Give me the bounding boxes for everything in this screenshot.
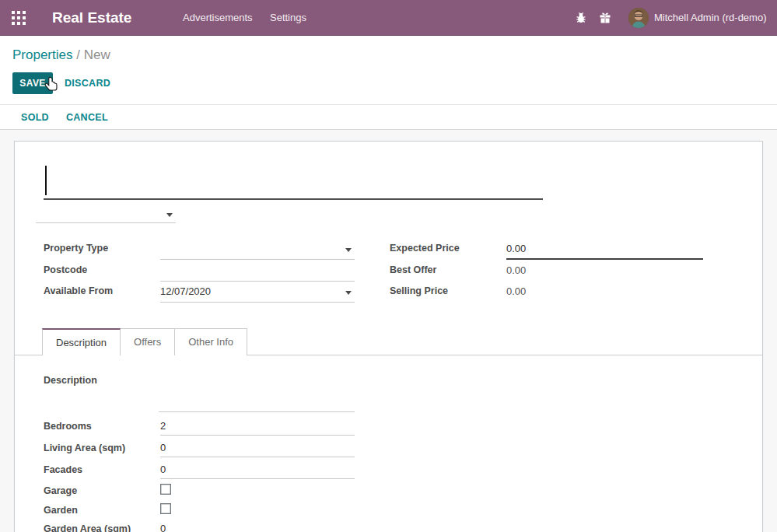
discard-button[interactable]: DISCARD bbox=[65, 72, 110, 94]
tab-offers[interactable]: Offers bbox=[120, 328, 175, 355]
text-cursor bbox=[45, 166, 47, 195]
field-row-garden-area: Garden Area (sqm) 0 bbox=[44, 521, 370, 532]
chevron-down-icon bbox=[345, 291, 352, 295]
user-name[interactable]: Mitchell Admin (rd-demo) bbox=[654, 0, 767, 36]
field-label: Expected Price bbox=[390, 243, 460, 254]
garden-checkbox[interactable] bbox=[160, 503, 171, 514]
bedrooms-input[interactable]: 2 bbox=[160, 418, 355, 436]
nav-menu-settings[interactable]: Settings bbox=[270, 0, 306, 36]
best-offer-value: 0.00 bbox=[506, 261, 703, 282]
property-name-input[interactable] bbox=[44, 161, 543, 200]
gift-icon[interactable] bbox=[599, 12, 611, 24]
field-row-living-area: Living Area (sqm) 0 bbox=[44, 440, 370, 458]
app-title[interactable]: Real Estate bbox=[52, 0, 131, 36]
field-row-garage: Garage bbox=[44, 483, 370, 501]
field-label: Available From bbox=[44, 285, 113, 296]
selling-price-value: 0.00 bbox=[506, 282, 703, 303]
living-area-input[interactable]: 0 bbox=[160, 440, 355, 457]
property-subtitle-dropdown[interactable] bbox=[36, 207, 176, 223]
field-label: Garden bbox=[44, 505, 78, 516]
field-label: Property Type bbox=[44, 243, 108, 254]
top-navbar: Real Estate Advertisements Settings bbox=[0, 0, 777, 36]
available-from-date-input[interactable]: 12/07/2020 bbox=[160, 282, 355, 303]
save-button[interactable]: SAVE bbox=[12, 72, 53, 94]
breadcrumb: Properties / New bbox=[12, 47, 110, 63]
chevron-down-icon bbox=[345, 248, 352, 252]
tab-description[interactable]: Description bbox=[42, 328, 121, 355]
breadcrumb-current: New bbox=[84, 47, 110, 62]
statusbar: SOLD CANCEL bbox=[0, 104, 777, 130]
facades-input[interactable]: 0 bbox=[160, 462, 355, 479]
description-text-input[interactable] bbox=[159, 392, 355, 412]
control-panel: Properties / New SAVE DISCARD bbox=[0, 37, 777, 104]
description-section-label: Description bbox=[44, 375, 97, 386]
field-row-available-from: Available From 12/07/2020 bbox=[44, 282, 370, 303]
field-row-bedrooms: Bedrooms 2 bbox=[44, 418, 370, 436]
garage-checkbox[interactable] bbox=[160, 484, 171, 495]
field-row-postcode: Postcode bbox=[44, 261, 370, 282]
cancel-button[interactable]: CANCEL bbox=[66, 112, 108, 123]
breadcrumb-properties-link[interactable]: Properties bbox=[12, 47, 72, 62]
bug-icon[interactable] bbox=[575, 12, 587, 24]
field-label: Garden Area (sqm) bbox=[44, 523, 131, 532]
tab-other-info[interactable]: Other Info bbox=[174, 328, 247, 355]
notebook-tabs: Description Offers Other Info bbox=[15, 328, 762, 355]
field-label: Postcode bbox=[44, 264, 87, 275]
form-sheet: Property Type Postcode Available From 12… bbox=[14, 141, 763, 532]
garden-area-input[interactable]: 0 bbox=[160, 521, 355, 532]
field-label: Facades bbox=[44, 464, 82, 475]
field-row-facades: Facades 0 bbox=[44, 462, 370, 480]
field-row-expected-price: Expected Price 0.00 bbox=[390, 240, 716, 261]
chevron-down-icon bbox=[166, 213, 173, 217]
page: Real Estate Advertisements Settings bbox=[0, 0, 777, 532]
field-label: Bedrooms bbox=[44, 421, 92, 432]
user-avatar[interactable] bbox=[628, 8, 649, 28]
field-label: Best Offer bbox=[390, 264, 436, 275]
sold-button[interactable]: SOLD bbox=[21, 112, 49, 123]
apps-grid-icon[interactable] bbox=[11, 10, 26, 26]
nav-menu-advertisements[interactable]: Advertisements bbox=[183, 0, 253, 36]
field-row-property-type: Property Type bbox=[44, 240, 370, 261]
expected-price-input[interactable]: 0.00 bbox=[506, 240, 703, 260]
field-row-garden: Garden bbox=[44, 502, 370, 520]
postcode-input[interactable] bbox=[160, 261, 355, 282]
field-label: Garage bbox=[44, 485, 77, 496]
property-type-dropdown[interactable] bbox=[160, 240, 355, 260]
field-label: Living Area (sqm) bbox=[44, 443, 125, 453]
breadcrumb-separator: / bbox=[76, 47, 83, 62]
field-row-selling-price: Selling Price 0.00 bbox=[390, 282, 716, 303]
field-row-best-offer: Best Offer 0.00 bbox=[390, 261, 716, 282]
field-label: Selling Price bbox=[390, 285, 448, 296]
